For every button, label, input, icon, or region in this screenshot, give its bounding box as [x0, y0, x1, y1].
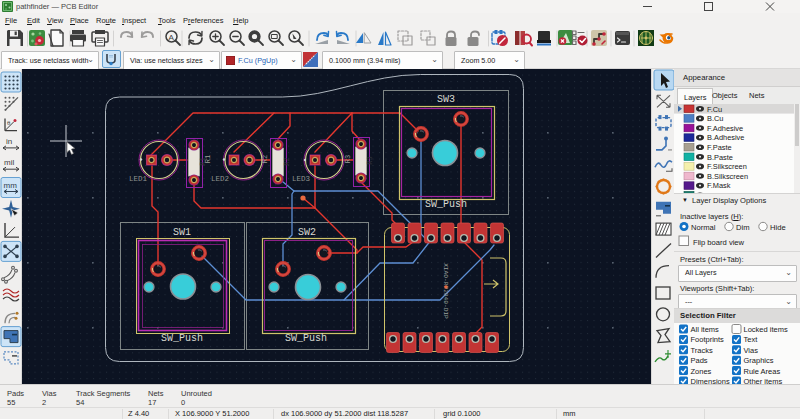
svg-text:SW_Push: SW_Push: [161, 333, 203, 344]
svg-text:F.Cu: F.Cu: [707, 105, 722, 114]
svg-text:mm: mm: [4, 181, 18, 190]
svg-text:All items: All items: [691, 325, 720, 334]
svg-text:R3: R3: [366, 156, 374, 164]
svg-text:Text: Text: [744, 335, 759, 344]
svg-text:LED2: LED2: [211, 175, 229, 183]
svg-text:Normal: Normal: [691, 223, 716, 232]
svg-text:Vias: Vias: [744, 346, 759, 355]
svg-text:Footprints: Footprints: [691, 335, 725, 344]
svg-text:Pads: Pads: [691, 356, 708, 365]
svg-text:XIAO-RP2040-DIP: XIAO-RP2040-DIP: [442, 263, 449, 319]
svg-text:F.Adhesive: F.Adhesive: [707, 124, 743, 133]
svg-text:R2: R2: [261, 155, 269, 163]
svg-text:Locked items: Locked items: [744, 325, 788, 334]
svg-text:Tracks: Tracks: [691, 346, 713, 355]
svg-text:SW2: SW2: [298, 227, 316, 238]
svg-text:SW_Push: SW_Push: [285, 333, 327, 344]
svg-text:Zones: Zones: [691, 367, 712, 376]
svg-text:R1: R1: [204, 155, 212, 163]
svg-text:B.Cu: B.Cu: [707, 114, 723, 123]
svg-text:LED1: LED1: [129, 175, 148, 183]
svg-text:SW_Push: SW_Push: [425, 199, 467, 210]
svg-text:F.Paste: F.Paste: [707, 143, 732, 152]
svg-text:B.Paste: B.Paste: [707, 153, 733, 162]
svg-text:LED3: LED3: [292, 175, 311, 183]
svg-text:Graphics: Graphics: [744, 356, 774, 365]
svg-text:R3: R3: [344, 155, 352, 163]
svg-text:A: A: [169, 33, 175, 42]
svg-text:Flip board view: Flip board view: [693, 238, 745, 247]
svg-text:Dim: Dim: [736, 223, 750, 232]
svg-text:R2: R2: [283, 157, 291, 165]
svg-text:B.Silkscreen: B.Silkscreen: [707, 172, 748, 181]
svg-text:B.Adhesive: B.Adhesive: [707, 133, 744, 142]
svg-text:Hide: Hide: [770, 223, 786, 232]
svg-text:Rule Areas: Rule Areas: [744, 367, 781, 376]
svg-text:mil: mil: [4, 158, 14, 167]
svg-text:F.Silkscreen: F.Silkscreen: [707, 162, 747, 171]
svg-text:in: in: [6, 137, 12, 146]
svg-text:SW3: SW3: [437, 94, 455, 105]
svg-text:F.Mask: F.Mask: [707, 181, 731, 190]
svg-text:SW1: SW1: [173, 227, 191, 238]
